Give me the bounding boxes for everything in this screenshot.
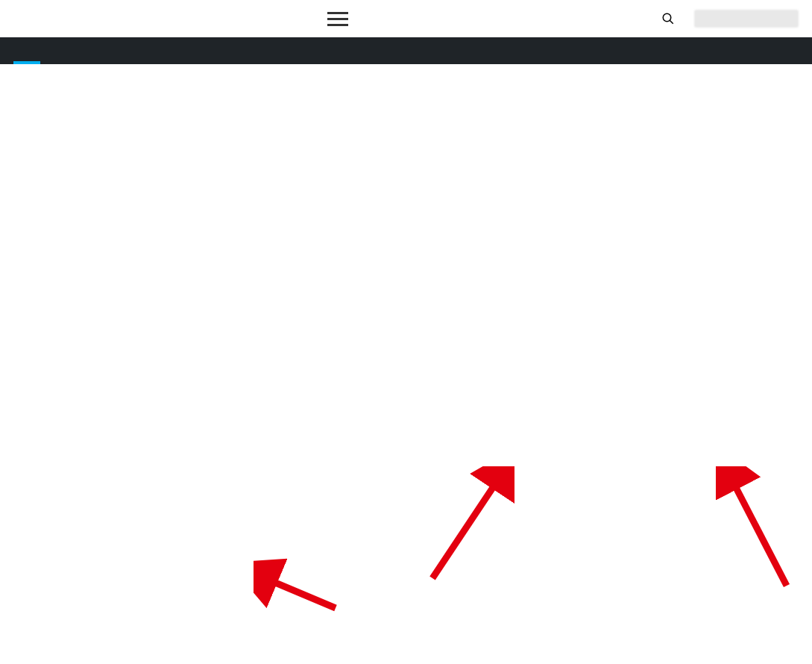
search-link[interactable] [661, 12, 679, 25]
nav-tariff[interactable] [40, 37, 67, 64]
search-icon [661, 12, 675, 25]
hamburger-menu-icon[interactable] [327, 12, 348, 26]
main-nav [0, 37, 812, 64]
nav-personal-account[interactable] [13, 37, 40, 64]
phone-number-blurred [694, 10, 799, 28]
nav-services[interactable] [94, 37, 121, 64]
svg-line-1 [670, 20, 673, 24]
svg-point-0 [663, 13, 671, 22]
nav-expenses[interactable] [121, 37, 148, 64]
nav-balance[interactable] [67, 37, 94, 64]
